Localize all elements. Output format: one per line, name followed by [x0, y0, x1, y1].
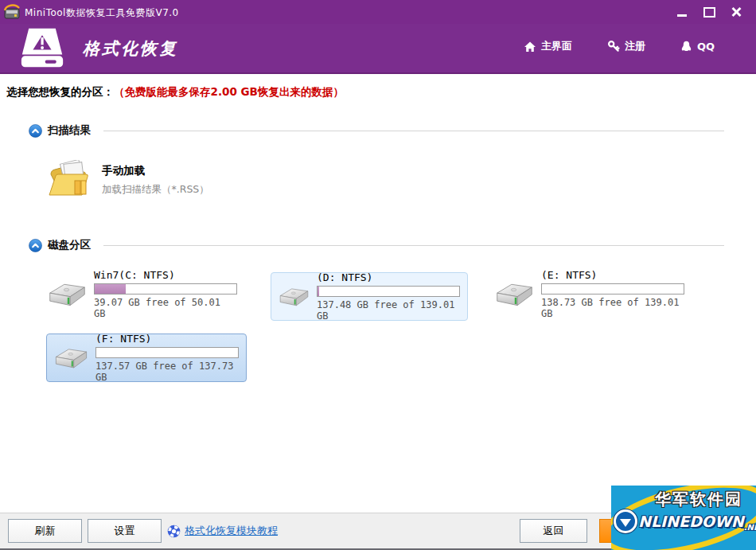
section-scan-results: 扫描结果 [29, 123, 91, 138]
hard-drive-icon [48, 279, 87, 310]
close-button[interactable] [723, 0, 750, 24]
tutorial-link[interactable]: 格式化恢复模块教程 [185, 524, 278, 538]
close-icon [731, 7, 741, 17]
window-controls [668, 0, 750, 24]
watermark-site-name: 华军软件园 [655, 489, 742, 510]
main-content: 选择您想恢复的分区：（免费版能最多保存2.00 GB恢复出来的数据） 扫描结果 [0, 74, 756, 513]
drive-info: (D: NTFS) 137.48 GB free of 139.01 GB [317, 272, 460, 322]
format-recovery-warning-drive-icon [18, 26, 67, 71]
watermark-domain-row: NLINEDOWN .NET [614, 509, 756, 533]
key-icon [607, 40, 620, 53]
nav-qq[interactable]: QQ [680, 39, 715, 53]
app-icon [3, 3, 21, 21]
tutorial-link-group[interactable]: 格式化恢复模块教程 [167, 524, 278, 538]
section-disk-partitions: 磁盘分区 [29, 238, 91, 252]
settings-button[interactable]: 设置 [88, 519, 162, 543]
drive-item-c[interactable]: Win7(C: NTFS) 39.07 GB free of 50.01 GB [40, 270, 245, 319]
drive-size-text: 138.73 GB free of 139.01 GB [541, 297, 684, 319]
nav-label: 注册 [625, 39, 645, 53]
qq-penguin-icon [680, 40, 692, 53]
watermark-domain: NLINEDOWN [638, 513, 744, 530]
app-window: MiniTool数据恢复工具免费版V7.0 格式化恢复 主界面 [0, 0, 756, 550]
partition-prompt: 选择您想恢复的分区：（免费版能最多保存2.00 GB恢复出来的数据） [6, 85, 344, 99]
section-title: 磁盘分区 [48, 238, 91, 252]
drive-item-e[interactable]: (E: NTFS) 138.73 GB free of 139.01 GB [487, 270, 692, 319]
window-title: MiniTool数据恢复工具免费版V7.0 [25, 6, 179, 20]
onlinedown-watermark: 华军软件园 NLINEDOWN .NET [611, 486, 756, 550]
manual-load-item[interactable]: 手动加载 加载扫描结果（*.RSS） [48, 160, 209, 198]
back-button[interactable]: 返回 [520, 519, 587, 543]
home-icon [524, 41, 536, 53]
drive-label: Win7(C: NTFS) [94, 270, 237, 281]
hard-drive-icon [279, 281, 310, 313]
watermark-domain-suffix: .NET [744, 523, 756, 532]
drive-label: (E: NTFS) [541, 270, 684, 281]
maximize-icon [703, 7, 715, 18]
help-lifebuoy-icon [167, 525, 181, 538]
hard-drive-icon [54, 342, 88, 374]
drive-usage-bar [95, 347, 239, 358]
manual-load-text: 手动加载 加载扫描结果（*.RSS） [102, 160, 209, 197]
collapse-arrow-icon[interactable] [29, 124, 42, 138]
drive-info: (F: NTFS) 137.57 GB free of 137.73 GB [95, 334, 239, 383]
drive-usage-fill [95, 284, 126, 294]
onlinedown-o-logo [614, 509, 637, 533]
drive-size-text: 137.48 GB free of 139.01 GB [317, 299, 460, 322]
nav-label: QQ [697, 41, 715, 53]
nav-register[interactable]: 注册 [607, 39, 645, 53]
section-title: 扫描结果 [48, 123, 91, 138]
down-arrow-icon [620, 519, 631, 527]
nav-main-interface[interactable]: 主界面 [524, 39, 572, 53]
hard-drive-icon [495, 279, 534, 310]
minimize-button[interactable] [668, 0, 696, 24]
nav-label: 主界面 [541, 39, 572, 53]
module-header: 格式化恢复 主界面 注册 QQ [0, 24, 756, 74]
divider [103, 131, 724, 131]
drive-label: (D: NTFS) [317, 272, 460, 283]
drive-info: Win7(C: NTFS) 39.07 GB free of 50.01 GB [94, 270, 237, 319]
titlebar: MiniTool数据恢复工具免费版V7.0 [0, 0, 756, 24]
drive-usage-bar [541, 283, 684, 295]
drive-info: (E: NTFS) 138.73 GB free of 139.01 GB [541, 270, 684, 319]
collapse-arrow-icon[interactable] [29, 239, 42, 252]
maximize-button[interactable] [696, 0, 723, 24]
refresh-button[interactable]: 刷新 [8, 519, 82, 543]
drive-size-text: 137.57 GB free of 137.73 GB [95, 361, 239, 383]
drive-item-f[interactable]: (F: NTFS) 137.57 GB free of 137.73 GB [46, 334, 247, 382]
manual-load-title: 手动加载 [102, 164, 209, 178]
drive-usage-bar [317, 286, 460, 297]
manual-load-subtitle: 加载扫描结果（*.RSS） [102, 183, 209, 197]
drive-usage-bar [94, 283, 237, 295]
drive-usage-fill [318, 287, 319, 296]
drive-item-d[interactable]: (D: NTFS) 137.48 GB free of 139.01 GB [271, 272, 468, 321]
divider [103, 245, 724, 246]
drive-size-text: 39.07 GB free of 50.01 GB [94, 297, 237, 319]
minimize-icon [677, 14, 687, 17]
header-nav: 主界面 注册 QQ [524, 39, 715, 53]
drive-label: (F: NTFS) [95, 334, 239, 345]
page-title: 格式化恢复 [83, 37, 178, 60]
open-folder-icon [48, 160, 92, 198]
prompt-text: 选择您想恢复的分区： [6, 85, 114, 98]
free-limit-note: （免费版能最多保存2.00 GB恢复出来的数据） [114, 85, 344, 98]
